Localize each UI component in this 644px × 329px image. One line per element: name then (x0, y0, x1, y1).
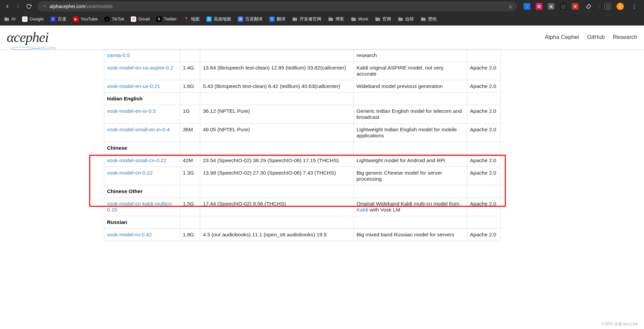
nav-alpha-cephei[interactable]: Alpha Cephei (545, 34, 579, 41)
model-link[interactable]: vosk-model-ru-0.42 (107, 232, 152, 237)
cell-notes: Generic Indian English model for telecom… (354, 105, 467, 124)
back-button[interactable] (3, 2, 12, 11)
site-logo[interactable]: αcephei (7, 30, 49, 44)
cell-size: 1.5G (180, 198, 200, 216)
bookmark-label: 百度 (58, 16, 66, 22)
table-row: vosk-model-ru-0.421.8G4.5 (our audiobook… (104, 229, 501, 241)
bookmark-item[interactable]: GGoogle (22, 16, 44, 22)
notes-link[interactable]: Kaldi (357, 207, 368, 213)
cell-license: Apache 2.0 (467, 80, 501, 93)
profile-avatar[interactable] (616, 3, 624, 10)
svg-rect-3 (45, 6, 46, 6)
bookmark-label: 地图 (191, 16, 200, 22)
bookmark-label: TikTok (112, 16, 124, 21)
ext-orange-icon[interactable]: ※ (572, 3, 579, 10)
ext-dark-icon[interactable]: ▢ (560, 3, 567, 10)
cell-name: vosk-model-cn-0.22 (104, 167, 180, 185)
cell-size (180, 185, 200, 198)
models-table: zamia-0.5researchvosk-model-en-us-aspire… (104, 49, 501, 241)
table-row: vosk-model-cn-0.221.3G13.98 (SpeechIO-02… (104, 167, 501, 185)
model-link[interactable]: vosk-model-small-en-in-0.4 (107, 127, 170, 132)
folder-icon (4, 16, 9, 22)
cell-wer (200, 49, 354, 62)
bookmark-label: Google (30, 16, 44, 21)
bookmark-item[interactable]: 𝕏Twitter (156, 16, 176, 22)
cell-wer (200, 216, 354, 229)
bookmark-item[interactable]: ▶YouTube (73, 16, 98, 22)
cell-license: Apache 2.0 (467, 198, 501, 216)
forward-button[interactable] (13, 2, 23, 11)
cell-license (467, 49, 501, 62)
reload-button[interactable] (24, 2, 34, 11)
cell-wer: 13.64 (librispeech test-clean) 12.89 (te… (200, 62, 354, 80)
cell-wer: 13.98 (SpeechIO-02) 27.30 (SpeechIO-06) … (200, 167, 354, 185)
model-link[interactable]: zamia-0.5 (107, 52, 130, 58)
browser-chrome: alphacephei.com/vosk/models ☆ ↓ ✿ ◉ ▢ ※ … (0, 0, 644, 26)
bookmark-item[interactable]: Work (351, 16, 368, 22)
bookmark-item[interactable]: 开发者官网 (292, 16, 321, 22)
bookmark-star-icon[interactable]: ☆ (508, 3, 513, 10)
cell-name: vosk-model-en-in-0.5 (104, 105, 180, 124)
watermark-text: CSDN @秦JaccLink (602, 321, 638, 327)
bookmark-item[interactable]: 博客 (328, 16, 344, 22)
section-header: Chinese (107, 145, 127, 151)
bookmark-item[interactable]: 官网 (375, 16, 391, 22)
folder-icon (421, 16, 426, 22)
cell-name: zamia-0.5 (104, 49, 180, 62)
cell-size: 1.8G (180, 229, 200, 241)
bookmark-item[interactable]: 自研 (398, 16, 414, 22)
nav-github[interactable]: GitHub (587, 34, 605, 41)
bookmark-item[interactable]: 壁纸 (421, 16, 437, 22)
section-header-cell: Chinese (104, 142, 180, 154)
cell-name: vosk-model-small-en-in-0.4 (104, 124, 180, 142)
sidepanel-icon[interactable]: ◫ (604, 3, 611, 10)
content-area: zamia-0.5researchvosk-model-en-us-aspire… (0, 49, 644, 254)
cell-license: Apache 2.0 (467, 154, 501, 167)
bookmark-item[interactable]: 高高德地图 (206, 16, 231, 22)
tiktok-icon: ♪ (104, 16, 110, 22)
ext-download-icon[interactable]: ↓ (524, 3, 530, 10)
bookmark-item[interactable]: AI (4, 16, 15, 22)
model-link[interactable]: vosk-model-en-us-aspire-0.2 (107, 65, 173, 70)
model-link[interactable]: vosk-model-en-in-0.5 (107, 108, 156, 114)
ext-camera-icon[interactable]: ◉ (548, 3, 554, 10)
bookmark-item[interactable]: 百百度 (50, 16, 66, 22)
bookmark-label: Work (358, 16, 368, 21)
extensions-button[interactable] (584, 2, 593, 11)
ext-pink-icon[interactable]: ✿ (536, 3, 542, 10)
bookmark-item[interactable]: 📍地图 (183, 16, 200, 22)
cell-license: Apache 2.0 (467, 167, 501, 185)
model-link[interactable]: vosk-model-cn-0.22 (107, 170, 153, 176)
separator (599, 3, 599, 9)
cell-size: 1.4G (180, 62, 200, 80)
menu-button[interactable]: ⋮ (629, 2, 639, 11)
page-content[interactable]: αcephei Alpha Cephei GitHub Research zam… (0, 26, 644, 329)
bookmark-item[interactable]: G翻译 (269, 16, 285, 22)
bookmark-label: 翻译 (277, 16, 285, 22)
model-link[interactable]: vosk-model-en-us-0.21 (107, 83, 160, 89)
section-header-cell: Russian (104, 216, 180, 229)
cell-notes: Original Wideband Kaldi multi-cn model f… (354, 198, 467, 216)
cell-name: vosk-model-small-cn-0.22 (104, 154, 180, 167)
bookmark-item[interactable]: MGmail (131, 16, 150, 22)
cell-size: 1.3G (180, 167, 200, 185)
cell-license (467, 93, 501, 105)
site-info-icon[interactable] (42, 4, 46, 9)
bookmark-item[interactable]: 译百度翻译 (238, 16, 263, 22)
cell-wer: 36.12 (NPTEL Pure) (200, 105, 354, 124)
cell-name: vosk-model-en-us-aspire-0.2 (104, 62, 180, 80)
bookmark-item[interactable]: ♪TikTok (104, 16, 124, 22)
cell-notes: Lightweight Indian English model for mob… (354, 124, 467, 142)
address-bar[interactable]: alphacephei.com/vosk/models ☆ (38, 1, 517, 11)
cell-size (180, 93, 200, 105)
table-row: vosk-model-en-in-0.51G36.12 (NPTEL Pure)… (104, 105, 501, 124)
cell-size (180, 216, 200, 229)
section-header: Indian English (107, 96, 143, 101)
bookmark-label: 开发者官网 (300, 16, 321, 22)
model-link[interactable]: vosk-model-small-cn-0.22 (107, 157, 166, 163)
cell-notes (354, 142, 467, 154)
cell-size (180, 49, 200, 62)
nav-research[interactable]: Research (613, 34, 637, 41)
cell-notes: Big generic Chinese model for server pro… (354, 167, 467, 185)
model-link[interactable]: vosk-model-cn-kaldi-multicn-0.15 (107, 201, 173, 213)
